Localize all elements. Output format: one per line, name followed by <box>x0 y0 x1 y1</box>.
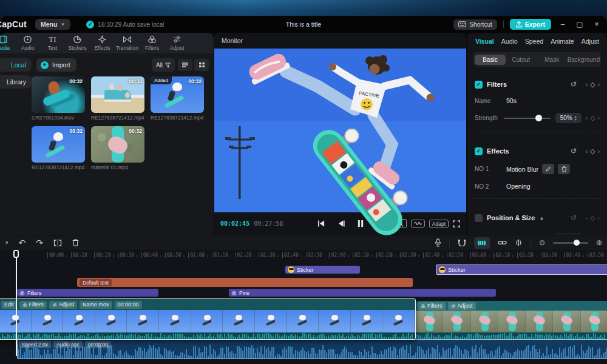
close-button[interactable]: × <box>591 20 602 29</box>
keyframe-next-icon[interactable]: › <box>598 81 600 88</box>
redo-button[interactable]: ↷ <box>36 238 43 248</box>
tab-effects[interactable]: Effects <box>90 35 115 51</box>
keyframe-next-icon[interactable]: › <box>598 115 600 121</box>
filter-all-dropdown[interactable]: All <box>152 58 175 72</box>
sticker-clip[interactable]: Sticker <box>285 266 360 274</box>
tab-adjust-inspector[interactable]: Adjust <box>582 38 599 45</box>
tab-audio[interactable]: Audio <box>15 35 40 51</box>
maximize-button[interactable]: ▢ <box>574 20 585 29</box>
preview-axis-toggle[interactable] <box>474 237 490 249</box>
adapt-button[interactable]: Adapt <box>429 220 449 228</box>
zoom-in-button[interactable]: ⊕ <box>596 238 602 247</box>
keyframe-icon[interactable]: ◇ <box>590 147 595 155</box>
export-button[interactable]: Export <box>510 19 551 30</box>
import-button[interactable]: + Import <box>36 58 76 72</box>
pause-button[interactable] <box>357 220 364 228</box>
tab-speed[interactable]: Speed <box>525 38 543 45</box>
subtab-basic[interactable]: Basic <box>475 55 506 65</box>
tab-filters[interactable]: Filters <box>140 35 164 51</box>
adjust-chip[interactable]: Adjust <box>49 301 77 309</box>
undo-button[interactable]: ↶ <box>19 238 26 248</box>
tab-adjust[interactable]: Adjust <box>164 35 189 51</box>
filters-checkbox[interactable]: ✓ <box>475 81 483 89</box>
reset-icon[interactable]: ↺ <box>571 80 577 89</box>
delete-effect-button[interactable] <box>558 164 570 174</box>
text-clip[interactable]: Default text <box>77 278 413 287</box>
edit-chip[interactable]: Edit <box>1 301 17 309</box>
tab-media[interactable]: Media <box>0 35 15 51</box>
subtab-cutout[interactable]: Cutout <box>506 55 537 65</box>
menu-button[interactable]: Menu▼ <box>35 19 70 30</box>
tab-text[interactable]: TI Text <box>40 35 65 51</box>
media-item-thumbnail[interactable]: 00:32 <box>32 76 85 113</box>
keyframe-next-icon[interactable]: › <box>598 148 600 155</box>
collapse-toolbar-icon[interactable]: ▾ <box>5 240 8 246</box>
selected-video-clip[interactable]: Edit Filters Adjust Name.mov 00:00:00 <box>0 298 416 340</box>
sidebar-item-local[interactable]: Local <box>0 58 32 72</box>
filter-clip[interactable]: Filters <box>17 289 158 297</box>
magnetic-snap-toggle[interactable] <box>458 239 466 246</box>
subtab-mask[interactable]: Mask <box>537 55 568 65</box>
minimize-button[interactable]: – <box>557 20 568 29</box>
media-item-thumbnail[interactable]: 00:32 <box>91 126 144 163</box>
collapse-caret-icon[interactable]: ▲ <box>539 215 544 221</box>
slider-knob[interactable] <box>535 115 542 121</box>
keyframe-prev-icon[interactable]: ‹ <box>586 115 588 121</box>
zoom-preview-button[interactable] <box>394 219 407 228</box>
keyframe-icon[interactable]: ◇ <box>590 214 595 222</box>
keyframe-prev-icon[interactable]: ‹ <box>586 215 588 221</box>
audio-clip[interactable]: Speed 2.0x Audio.aac 00:00:00 <box>17 339 607 359</box>
keyframe-prev-icon[interactable]: ‹ <box>586 81 588 88</box>
edit-effect-button[interactable] <box>542 164 554 174</box>
reset-icon[interactable]: ↺ <box>571 214 577 222</box>
preview-canvas[interactable]: PACTIVE <box>214 49 466 212</box>
shortcut-button[interactable]: Shortcut <box>453 19 497 30</box>
zoom-value[interactable]: 50%▴▾ <box>555 233 582 235</box>
previous-frame-button[interactable] <box>337 220 345 228</box>
effect-clip-pine[interactable]: Pine <box>229 289 496 297</box>
name-label: Name <box>475 98 506 104</box>
keyframe-icon[interactable]: ◇ <box>590 234 595 235</box>
timeline-ruler[interactable]: 00:0000:1000:2000:3000:4000:5001:0001:10… <box>0 250 607 261</box>
effects-checkbox[interactable]: ✓ <box>475 147 483 155</box>
waveform-toggle-button[interactable] <box>411 220 425 228</box>
keyframe-prev-icon[interactable]: ‹ <box>586 148 588 155</box>
tab-visual[interactable]: Visual <box>475 38 494 45</box>
keyframe-next-icon[interactable]: › <box>598 215 600 221</box>
tab-stickers[interactable]: Stickers <box>65 35 90 51</box>
stepper-icon[interactable]: ▴▾ <box>575 115 577 121</box>
tab-audio-inspector[interactable]: Audio <box>501 38 518 45</box>
filter-clip-icon <box>19 291 25 295</box>
zoom-out-button[interactable]: ⊖ <box>539 238 545 247</box>
split-button[interactable] <box>53 239 62 247</box>
position-size-checkbox[interactable]: ✓ <box>475 214 483 222</box>
list-view-toggle[interactable] <box>178 59 192 71</box>
tab-transition[interactable]: Transition <box>115 35 140 51</box>
sidebar-item-library[interactable]: Library <box>0 75 32 89</box>
link-toggle[interactable] <box>498 240 507 246</box>
sticker-clip-selected[interactable]: Sticker <box>436 265 607 275</box>
media-item-thumbnail[interactable]: 00:32 <box>91 76 144 113</box>
strength-slider[interactable] <box>504 118 550 119</box>
record-voiceover-button[interactable] <box>435 238 441 247</box>
ruler-label: 00:50 <box>165 252 181 258</box>
reset-icon[interactable]: ↺ <box>571 147 577 155</box>
fullscreen-button[interactable] <box>453 220 460 228</box>
strength-value[interactable]: 50%▴▾ <box>555 113 582 123</box>
subtab-background[interactable]: Background <box>568 55 600 65</box>
grid-view-toggle[interactable] <box>194 59 209 71</box>
mirror-split-button[interactable] <box>515 239 523 246</box>
filters-icon <box>148 35 157 44</box>
slider-knob[interactable] <box>574 240 580 246</box>
skip-start-button[interactable] <box>317 220 325 228</box>
tab-animate[interactable]: Animate <box>551 38 574 45</box>
timeline-zoom-slider[interactable] <box>553 242 588 244</box>
media-item-thumbnail[interactable]: 00:32 <box>32 126 85 163</box>
ruler-label: 01:00 <box>188 252 205 258</box>
keyframe-icon[interactable]: ◇ <box>590 81 595 89</box>
filters-chip[interactable]: Filters <box>19 301 47 309</box>
delete-button[interactable] <box>72 239 79 246</box>
video-clip[interactable]: Filters Adjust <box>416 301 607 339</box>
keyframe-icon[interactable]: ◇ <box>590 114 595 122</box>
media-item-thumbnail[interactable]: 00:32Added <box>151 76 204 113</box>
